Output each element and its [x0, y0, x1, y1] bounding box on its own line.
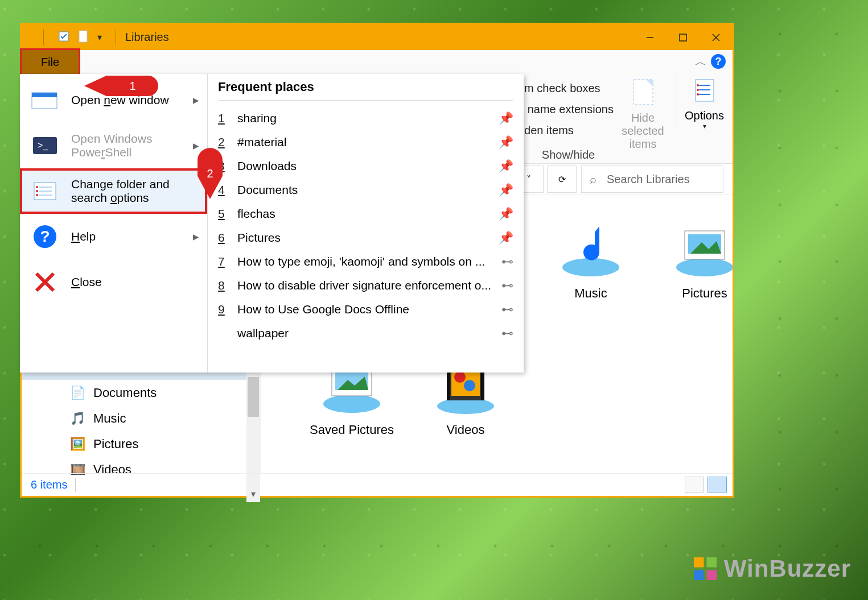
frequent-place-number: 9 — [218, 303, 227, 316]
frequent-place-item[interactable]: 4Documents📌 — [218, 178, 513, 202]
recent-icon[interactable]: ⊷ — [501, 255, 513, 268]
options-button[interactable]: Options ▾ — [676, 74, 733, 130]
item-count: 6 items — [31, 478, 67, 491]
frequent-place-label: Pictures — [237, 231, 488, 245]
svg-point-43 — [464, 380, 475, 391]
frequent-place-label: flechas — [237, 207, 488, 221]
help-icon[interactable]: ? — [711, 54, 726, 69]
pin-icon[interactable]: 📌 — [499, 111, 513, 125]
hidden-items-checkbox[interactable]: dden items — [518, 124, 610, 137]
music-icon — [557, 218, 625, 280]
tree-item-pictures[interactable]: 🖼️Pictures — [22, 431, 260, 457]
pin-icon[interactable]: 📌 — [499, 183, 513, 197]
svg-rect-1 — [79, 31, 87, 42]
tree-item-label: Pictures — [93, 437, 138, 452]
file-menu-item-options[interactable]: Change folder and search options — [20, 168, 207, 214]
qat-dropdown-icon[interactable]: ▾ — [97, 32, 102, 43]
explorer-window: ▾ Libraries File ︿ ? em check boxes e na… — [20, 23, 734, 498]
frequent-place-item[interactable]: 8How to disable driver signature enforce… — [218, 274, 513, 297]
new-folder-icon[interactable] — [78, 30, 89, 45]
file-name-extensions-checkbox[interactable]: e name extensions — [518, 103, 610, 116]
frequent-place-number: 1 — [218, 111, 227, 125]
documents-icon: 📄 — [70, 386, 85, 400]
recent-icon[interactable]: ⊷ — [501, 303, 513, 316]
svg-rect-16 — [32, 93, 57, 97]
item-check-boxes-checkbox[interactable]: em check boxes — [518, 82, 610, 95]
frequent-place-item[interactable]: 7How to type emoji, 'kaomoji' and symbol… — [218, 250, 513, 274]
frequent-place-number: 4 — [218, 183, 227, 197]
frequent-place-label: wallpaper — [237, 326, 491, 340]
frequent-place-number: 8 — [218, 279, 227, 292]
pin-icon[interactable]: 📌 — [499, 135, 513, 149]
library-item-label: Saved Pictures — [295, 423, 409, 437]
recent-icon[interactable]: ⊷ — [501, 279, 513, 292]
file-menu-frequent: Frequent places 1sharing📌2#material📌3Dow… — [208, 74, 524, 373]
pin-icon[interactable]: 📌 — [499, 207, 513, 221]
winbuzzer-logo-icon — [691, 555, 719, 583]
options-icon — [30, 179, 60, 204]
pin-icon[interactable]: 📌 — [499, 159, 513, 173]
svg-text:>_: >_ — [38, 140, 48, 151]
refresh-button[interactable]: ⟳ — [547, 165, 577, 193]
window-title: Libraries — [125, 31, 169, 44]
svg-point-23 — [36, 186, 38, 188]
tree-item-music[interactable]: 🎵Music — [22, 405, 260, 431]
frequent-place-item[interactable]: 1sharing📌 — [218, 106, 513, 130]
file-menu-item-close[interactable]: Close — [20, 259, 207, 305]
search-placeholder: Search Libraries — [607, 173, 690, 186]
svg-point-14 — [697, 93, 699, 96]
frequent-place-label: Downloads — [237, 159, 488, 173]
svg-point-12 — [697, 84, 699, 86]
frequent-place-item[interactable]: 9How to Use Google Docs Offline⊷ — [218, 297, 513, 321]
frequent-place-label: Documents — [237, 183, 488, 197]
svg-rect-3 — [680, 34, 686, 41]
library-item-label: Music — [534, 286, 648, 301]
tree-item-documents[interactable]: 📄Documents — [22, 380, 260, 405]
music-icon: 🎵 — [70, 411, 85, 426]
frequent-place-item[interactable]: 2#material📌 — [218, 130, 513, 154]
svg-point-30 — [562, 258, 619, 276]
showhide-group: em check boxes e name extensions dden it… — [518, 74, 733, 164]
large-icons-view-button[interactable] — [707, 477, 727, 493]
pin-icon[interactable]: 📌 — [499, 231, 513, 245]
library-item-label: Videos — [409, 423, 523, 437]
frequent-place-item[interactable]: wallpaper⊷ — [218, 321, 513, 345]
frequent-place-number: 6 — [218, 231, 227, 245]
showhide-group-label: Show/hide — [518, 148, 619, 162]
properties-icon[interactable] — [57, 30, 70, 45]
scroll-thumb[interactable] — [248, 377, 259, 417]
recent-icon[interactable]: ⊷ — [501, 326, 513, 340]
library-item-pictures[interactable]: Pictures — [648, 218, 762, 301]
close-button[interactable] — [700, 24, 733, 50]
submenu-arrow-icon: ▸ — [193, 230, 199, 243]
pictures-icon — [670, 218, 739, 280]
file-menu-item-label: Change folder and search options — [71, 177, 197, 205]
svg-rect-48 — [694, 570, 704, 581]
frequent-place-number: 5 — [218, 207, 227, 221]
collapse-ribbon-icon[interactable]: ︿ — [695, 54, 706, 69]
file-menu: Open new window▸>_Open Windows PowerShel… — [20, 74, 524, 373]
file-tab[interactable]: File — [22, 50, 79, 74]
submenu-arrow-icon: ▸ — [193, 93, 199, 107]
frequent-place-item[interactable]: 6Pictures📌 — [218, 226, 513, 250]
quick-access-toolbar: ▾ — [25, 30, 122, 45]
svg-rect-49 — [706, 570, 717, 581]
tree-item-label: Documents — [93, 386, 157, 400]
search-box[interactable]: ⌕ Search Libraries — [581, 165, 723, 193]
maximize-button[interactable] — [667, 24, 700, 50]
separator — [116, 30, 116, 45]
details-view-button[interactable] — [685, 477, 704, 493]
frequent-place-item[interactable]: 5flechas📌 — [218, 202, 513, 226]
library-item-music[interactable]: Music — [534, 218, 648, 301]
svg-point-24 — [36, 190, 38, 192]
minimize-button[interactable] — [633, 24, 667, 50]
submenu-arrow-icon: ▸ — [193, 139, 199, 152]
ribbon: File ︿ ? em check boxes e name extension… — [22, 50, 733, 164]
frequent-place-item[interactable]: 3Downloads📌 — [218, 154, 513, 178]
hide-selected-button: Hide selected items — [610, 74, 676, 151]
frequent-place-label: sharing — [237, 111, 488, 125]
svg-rect-47 — [706, 557, 717, 568]
svg-point-31 — [676, 258, 733, 276]
file-menu-item-help[interactable]: ?Help▸ — [20, 214, 207, 259]
library-item-label: Pictures — [648, 286, 762, 301]
